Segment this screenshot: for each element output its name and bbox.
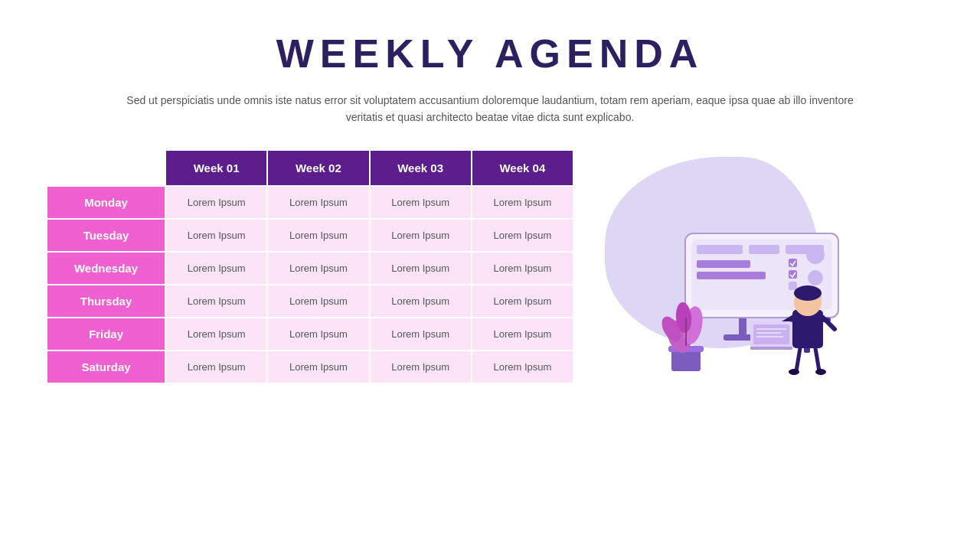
- table-row: TuesdayLorem IpsumLorem IpsumLorem Ipsum…: [47, 219, 573, 252]
- cell-row1-col3: Lorem Ipsum: [472, 219, 573, 252]
- cell-row2-col1: Lorem Ipsum: [267, 252, 369, 285]
- cell-row3-col1: Lorem Ipsum: [267, 285, 369, 318]
- agenda-table: Week 01 Week 02 Week 03 Week 04 MondayLo…: [46, 149, 574, 384]
- day-label-monday: Monday: [47, 186, 165, 219]
- table-row: WednesdayLorem IpsumLorem IpsumLorem Ips…: [47, 252, 573, 285]
- illustration-svg: [639, 165, 884, 379]
- cell-row5-col2: Lorem Ipsum: [370, 350, 472, 383]
- cell-row5-col0: Lorem Ipsum: [165, 350, 267, 383]
- cell-row2-col3: Lorem Ipsum: [472, 252, 573, 285]
- cell-row0-col1: Lorem Ipsum: [267, 186, 369, 219]
- svg-point-13: [808, 270, 823, 285]
- cell-row4-col1: Lorem Ipsum: [267, 318, 369, 350]
- page: WEEKLY AGENDA Sed ut perspiciatis unde o…: [0, 0, 980, 551]
- svg-rect-5: [749, 245, 779, 254]
- header-week04: Week 04: [472, 150, 573, 186]
- day-label-wednesday: Wednesday: [47, 252, 165, 285]
- cell-row5-col3: Lorem Ipsum: [472, 350, 573, 383]
- table-row: FridayLorem IpsumLorem IpsumLorem IpsumL…: [47, 318, 573, 350]
- day-label-thursday: Thursday: [47, 285, 165, 318]
- cell-row3-col2: Lorem Ipsum: [370, 285, 472, 318]
- svg-rect-31: [750, 347, 792, 350]
- illustration-area: [590, 149, 934, 394]
- svg-point-19: [789, 369, 799, 375]
- cell-row1-col1: Lorem Ipsum: [267, 219, 369, 252]
- table-header-row: Week 01 Week 02 Week 03 Week 04: [47, 150, 573, 186]
- svg-rect-7: [697, 260, 750, 268]
- svg-line-17: [796, 348, 800, 371]
- header-empty: [47, 150, 165, 186]
- cell-row0-col0: Lorem Ipsum: [165, 186, 267, 219]
- table-row: SaturdayLorem IpsumLorem IpsumLorem Ipsu…: [47, 350, 573, 383]
- svg-rect-4: [697, 245, 743, 254]
- header-week02: Week 02: [267, 150, 369, 186]
- cell-row4-col0: Lorem Ipsum: [165, 318, 267, 350]
- table-row: MondayLorem IpsumLorem IpsumLorem IpsumL…: [47, 186, 573, 219]
- svg-line-18: [815, 348, 819, 371]
- cell-row1-col2: Lorem Ipsum: [370, 219, 472, 252]
- svg-rect-27: [753, 324, 789, 344]
- header-week03: Week 03: [370, 150, 472, 186]
- cell-row0-col3: Lorem Ipsum: [472, 186, 573, 219]
- svg-rect-8: [697, 272, 766, 279]
- day-label-saturday: Saturday: [47, 350, 165, 383]
- day-label-friday: Friday: [47, 318, 165, 350]
- cell-row1-col0: Lorem Ipsum: [165, 219, 267, 252]
- cell-row3-col3: Lorem Ipsum: [472, 285, 573, 318]
- page-title: WEEKLY AGENDA: [276, 31, 704, 77]
- cell-row5-col1: Lorem Ipsum: [267, 350, 369, 383]
- cell-row2-col0: Lorem Ipsum: [165, 252, 267, 285]
- cell-row4-col2: Lorem Ipsum: [370, 318, 472, 350]
- cell-row3-col0: Lorem Ipsum: [165, 285, 267, 318]
- agenda-table-container: Week 01 Week 02 Week 03 Week 04 MondayLo…: [46, 149, 574, 384]
- table-row: ThursdayLorem IpsumLorem IpsumLorem Ipsu…: [47, 285, 573, 318]
- cell-row0-col2: Lorem Ipsum: [370, 186, 472, 219]
- header-week01: Week 01: [165, 150, 267, 186]
- svg-point-25: [794, 285, 822, 301]
- svg-point-12: [806, 246, 825, 264]
- svg-point-20: [815, 369, 826, 375]
- cell-row2-col2: Lorem Ipsum: [370, 252, 472, 285]
- day-label-tuesday: Tuesday: [47, 219, 165, 252]
- page-subtitle: Sed ut perspiciatis unde omnis iste natu…: [115, 92, 865, 126]
- cell-row4-col3: Lorem Ipsum: [472, 318, 573, 350]
- svg-rect-11: [789, 282, 797, 290]
- content-area: Week 01 Week 02 Week 03 Week 04 MondayLo…: [46, 149, 934, 394]
